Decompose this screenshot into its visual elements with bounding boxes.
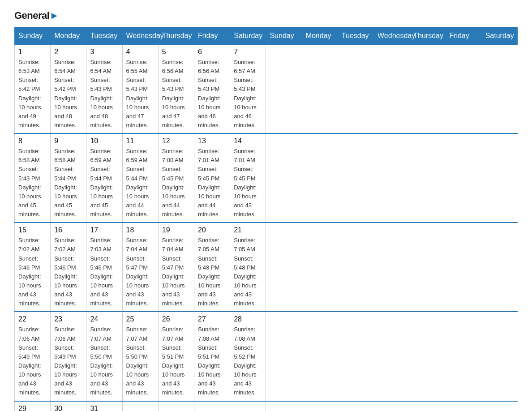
day-number: 27: [198, 315, 226, 323]
day-number: 22: [18, 315, 47, 323]
day-number: 25: [126, 315, 154, 323]
col-header-saturday: Saturday: [481, 27, 517, 45]
calendar-cell: 14 Sunrise: 7:01 AMSunset: 5:45 PMDaylig…: [230, 133, 266, 223]
calendar-cell: 22 Sunrise: 7:06 AMSunset: 5:49 PMDaylig…: [15, 312, 51, 401]
day-number: 26: [162, 315, 190, 323]
day-number: 16: [54, 226, 82, 234]
day-number: 21: [234, 226, 262, 234]
calendar-cell: 31 Sunrise: 7:09 AMSunset: 5:54 PMDaylig…: [86, 401, 122, 411]
header-saturday: Saturday: [230, 27, 266, 45]
day-number: 24: [90, 315, 118, 323]
calendar-cell: 17 Sunrise: 7:03 AMSunset: 5:46 PMDaylig…: [86, 223, 122, 312]
day-info: Sunrise: 7:07 AMSunset: 5:50 PMDaylight:…: [126, 325, 154, 397]
calendar-cell: 21 Sunrise: 7:05 AMSunset: 5:48 PMDaylig…: [230, 223, 266, 312]
day-info: Sunrise: 7:05 AMSunset: 5:48 PMDaylight:…: [234, 236, 262, 308]
day-number: 2: [54, 48, 82, 56]
day-info: Sunrise: 6:59 AMSunset: 5:44 PMDaylight:…: [126, 147, 154, 219]
calendar-cell: 19 Sunrise: 7:04 AMSunset: 5:47 PMDaylig…: [158, 223, 194, 312]
day-number: 28: [234, 315, 262, 323]
day-number: 9: [54, 137, 82, 145]
logo-text: General►: [14, 11, 59, 21]
day-number: 23: [54, 315, 82, 323]
calendar-cell: 20 Sunrise: 7:05 AMSunset: 5:48 PMDaylig…: [194, 223, 230, 312]
logo: General►: [14, 11, 59, 19]
day-number: 17: [90, 226, 118, 234]
calendar-cell: [158, 401, 194, 411]
calendar-cell: 3 Sunrise: 6:54 AMSunset: 5:43 PMDayligh…: [86, 45, 122, 134]
day-info: Sunrise: 7:04 AMSunset: 5:47 PMDaylight:…: [162, 236, 190, 308]
calendar-cell: 26 Sunrise: 7:07 AMSunset: 5:51 PMDaylig…: [158, 312, 194, 401]
week-row-3: 15 Sunrise: 7:02 AMSunset: 5:46 PMDaylig…: [15, 223, 518, 312]
day-number: 11: [126, 137, 154, 145]
day-info: Sunrise: 6:53 AMSunset: 5:42 PMDaylight:…: [18, 58, 47, 130]
logo-arrow-icon: ►: [49, 10, 59, 21]
day-info: Sunrise: 7:04 AMSunset: 5:47 PMDaylight:…: [126, 236, 154, 308]
calendar-cell: 6 Sunrise: 6:56 AMSunset: 5:43 PMDayligh…: [194, 45, 230, 134]
calendar-cell: 16 Sunrise: 7:02 AMSunset: 5:46 PMDaylig…: [51, 223, 86, 312]
day-number: 30: [54, 405, 82, 411]
col-header-thursday: Thursday: [410, 27, 446, 45]
day-info: Sunrise: 7:02 AMSunset: 5:46 PMDaylight:…: [54, 236, 82, 308]
day-info: Sunrise: 7:06 AMSunset: 5:49 PMDaylight:…: [54, 325, 82, 397]
calendar-cell: 2 Sunrise: 6:54 AMSunset: 5:42 PMDayligh…: [51, 45, 86, 134]
calendar-cell: 28 Sunrise: 7:08 AMSunset: 5:52 PMDaylig…: [230, 312, 266, 401]
calendar-cell: 1 Sunrise: 6:53 AMSunset: 5:42 PMDayligh…: [15, 45, 51, 134]
calendar-cell: 9 Sunrise: 6:58 AMSunset: 5:44 PMDayligh…: [51, 133, 86, 223]
day-info: Sunrise: 6:58 AMSunset: 5:44 PMDaylight:…: [54, 147, 82, 219]
day-number: 20: [198, 226, 226, 234]
header-sunday: Sunday: [15, 27, 51, 45]
day-info: Sunrise: 7:02 AMSunset: 5:46 PMDaylight:…: [18, 236, 47, 308]
day-number: 7: [234, 48, 262, 56]
week-row-1: 1 Sunrise: 6:53 AMSunset: 5:42 PMDayligh…: [15, 45, 518, 134]
day-number: 13: [198, 137, 226, 145]
col-header-wednesday: Wednesday: [374, 27, 410, 45]
calendar-cell: 10 Sunrise: 6:59 AMSunset: 5:44 PMDaylig…: [86, 133, 122, 223]
day-number: 5: [162, 48, 190, 56]
week-row-2: 8 Sunrise: 6:58 AMSunset: 5:43 PMDayligh…: [15, 133, 518, 223]
calendar-cell: [122, 401, 158, 411]
day-info: Sunrise: 7:01 AMSunset: 5:45 PMDaylight:…: [198, 147, 226, 219]
day-number: 1: [18, 48, 47, 56]
day-number: 6: [198, 48, 226, 56]
day-number: 4: [126, 48, 154, 56]
day-info: Sunrise: 6:59 AMSunset: 5:44 PMDaylight:…: [90, 147, 118, 219]
day-info: Sunrise: 7:07 AMSunset: 5:50 PMDaylight:…: [90, 325, 118, 397]
day-number: 19: [162, 226, 190, 234]
day-info: Sunrise: 6:56 AMSunset: 5:43 PMDaylight:…: [198, 58, 226, 130]
calendar-cell: 27 Sunrise: 7:08 AMSunset: 5:51 PMDaylig…: [194, 312, 230, 401]
calendar-cell: 24 Sunrise: 7:07 AMSunset: 5:50 PMDaylig…: [86, 312, 122, 401]
day-info: Sunrise: 6:58 AMSunset: 5:43 PMDaylight:…: [18, 147, 47, 219]
header-tuesday: Tuesday: [86, 27, 122, 45]
day-number: 31: [90, 405, 118, 411]
day-info: Sunrise: 7:08 AMSunset: 5:52 PMDaylight:…: [234, 325, 262, 397]
calendar-table: SundayMondayTuesdayWednesdayThursdayFrid…: [14, 27, 518, 411]
calendar-cell: [194, 401, 230, 411]
day-info: Sunrise: 6:56 AMSunset: 5:43 PMDaylight:…: [162, 58, 190, 130]
week-row-4: 22 Sunrise: 7:06 AMSunset: 5:49 PMDaylig…: [15, 312, 518, 401]
calendar-cell: 11 Sunrise: 6:59 AMSunset: 5:44 PMDaylig…: [122, 133, 158, 223]
calendar-cell: 8 Sunrise: 6:58 AMSunset: 5:43 PMDayligh…: [15, 133, 51, 223]
calendar-cell: 29 Sunrise: 7:09 AMSunset: 5:53 PMDaylig…: [15, 401, 51, 411]
calendar-cell: 30 Sunrise: 7:09 AMSunset: 5:53 PMDaylig…: [51, 401, 86, 411]
day-number: 14: [234, 137, 262, 145]
calendar-cell: 5 Sunrise: 6:56 AMSunset: 5:43 PMDayligh…: [158, 45, 194, 134]
calendar-cell: 13 Sunrise: 7:01 AMSunset: 5:45 PMDaylig…: [194, 133, 230, 223]
day-number: 29: [18, 405, 47, 411]
day-info: Sunrise: 7:07 AMSunset: 5:51 PMDaylight:…: [162, 325, 190, 397]
col-header-monday: Monday: [302, 27, 338, 45]
calendar-cell: 23 Sunrise: 7:06 AMSunset: 5:49 PMDaylig…: [51, 312, 86, 401]
day-number: 3: [90, 48, 118, 56]
calendar-cell: [230, 401, 266, 411]
header-monday: Monday: [51, 27, 86, 45]
day-info: Sunrise: 7:03 AMSunset: 5:46 PMDaylight:…: [90, 236, 118, 308]
day-info: Sunrise: 6:57 AMSunset: 5:43 PMDaylight:…: [234, 58, 262, 130]
header-thursday: Thursday: [158, 27, 194, 45]
day-info: Sunrise: 6:55 AMSunset: 5:43 PMDaylight:…: [126, 58, 154, 130]
day-info: Sunrise: 7:08 AMSunset: 5:51 PMDaylight:…: [198, 325, 226, 397]
day-number: 8: [18, 137, 47, 145]
calendar-cell: 18 Sunrise: 7:04 AMSunset: 5:47 PMDaylig…: [122, 223, 158, 312]
week-row-5: 29 Sunrise: 7:09 AMSunset: 5:53 PMDaylig…: [15, 401, 518, 411]
calendar-cell: 4 Sunrise: 6:55 AMSunset: 5:43 PMDayligh…: [122, 45, 158, 134]
calendar-cell: 7 Sunrise: 6:57 AMSunset: 5:43 PMDayligh…: [230, 45, 266, 134]
col-header-tuesday: Tuesday: [338, 27, 373, 45]
